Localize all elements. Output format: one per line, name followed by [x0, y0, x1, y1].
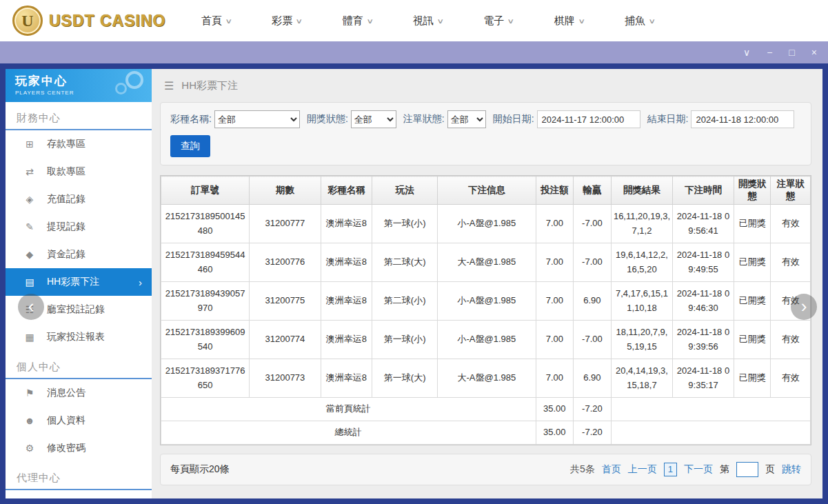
sidebar-item-label: 廳室投註記錄	[47, 303, 105, 316]
draw-status-select[interactable]: 全部	[351, 110, 396, 128]
sidebar-item-hh-lottery-bets[interactable]: ▤HH彩票下注›	[6, 268, 152, 296]
carousel-next-button[interactable]: ›	[791, 294, 817, 320]
player-bet-report-icon: ▦	[23, 332, 36, 343]
table-cell: 大-A盤@1.985	[438, 359, 536, 398]
search-button[interactable]: 查詢	[170, 135, 210, 157]
minimize-icon[interactable]: −	[767, 48, 772, 57]
total-stats-row: 總統計 35.00 -7.20	[161, 421, 811, 445]
table-cell: 第一球(大)	[372, 359, 438, 398]
table-cell: 已開獎	[734, 282, 771, 321]
table-cell: 19,6,14,12,2,16,5,20	[611, 243, 672, 282]
page-jump-input[interactable]	[736, 462, 758, 477]
profile-icon: ☻	[23, 415, 36, 426]
logo-letter: U	[21, 12, 33, 30]
sidebar-item-deposit-zone[interactable]: ⊞存款專區	[6, 130, 152, 158]
funds-record-icon: ◆	[23, 249, 36, 260]
pagination-controls: 共5条 首页 上一页 1 下一页 第 页 跳转	[570, 462, 801, 477]
table-row: 215217318937177665031200773澳洲幸运8第一球(大)大-…	[161, 359, 811, 398]
nav-item-fishing[interactable]: 捕魚∨	[625, 14, 654, 28]
logo[interactable]: U USDT CASINO	[12, 6, 172, 36]
nav-item-lottery[interactable]: 彩票∨	[272, 14, 301, 28]
nav-item-cards[interactable]: 棋牌∨	[554, 14, 584, 28]
menu-icon[interactable]: ☰	[164, 79, 174, 92]
chevron-down-icon[interactable]: ∨	[743, 48, 750, 57]
window-controls: ∨ − □ ×	[743, 48, 817, 57]
table-row: 215217318950014548031200777澳洲幸运8第一球(小)小-…	[161, 205, 811, 243]
chevron-down-icon: ∨	[648, 17, 656, 25]
next-page-link[interactable]: 下一页	[684, 463, 713, 476]
table-cell: 第一球(小)	[372, 321, 438, 359]
first-page-link[interactable]: 首页	[602, 463, 621, 476]
column-header-4: 下注信息	[438, 177, 536, 205]
withdraw-zone-icon: ⇄	[23, 166, 36, 177]
recharge-record-icon: ◈	[23, 194, 36, 205]
close-icon[interactable]: ×	[811, 48, 817, 57]
maximize-icon[interactable]: □	[789, 48, 794, 57]
prev-page-link[interactable]: 上一页	[628, 463, 657, 476]
sidebar-header: 玩家中心 PLAYERS CENTER	[6, 69, 152, 102]
sidebar: 玩家中心 PLAYERS CENTER 財務中心⊞存款專區⇄取款專區◈充值記錄✎…	[6, 69, 152, 498]
chevron-down-icon: ∨	[507, 17, 514, 25]
carousel-prev-button[interactable]: ‹	[18, 294, 44, 320]
bet-status-label: 注單狀態:	[403, 113, 445, 125]
deposit-zone-icon: ⊞	[23, 139, 36, 150]
table-cell: 2152173189500145480	[161, 205, 250, 243]
nav-item-live-video[interactable]: 視訊∨	[413, 14, 443, 28]
table-cell: 2152173189459544460	[161, 243, 250, 282]
table-cell: 2152173189399609540	[161, 321, 250, 359]
table-cell: 16,11,20,19,3,7,1,2	[611, 205, 672, 243]
total-stats-label: 總統計	[161, 421, 536, 445]
current-page-indicator[interactable]: 1	[664, 463, 677, 476]
top-nav: 首頁∨彩票∨體育∨視訊∨電子∨棋牌∨捕魚∨	[201, 14, 654, 28]
nav-item-sports[interactable]: 體育∨	[343, 14, 372, 28]
bet-status-select[interactable]: 全部	[447, 110, 486, 128]
breadcrumb-title: HH彩票下注	[181, 79, 238, 92]
table-cell: 第一球(小)	[372, 205, 438, 243]
table-row: 215217318945954446031200776澳洲幸运8第二球(大)大-…	[161, 243, 811, 282]
sidebar-item-cashout-record[interactable]: ✎提現記錄	[6, 213, 152, 241]
table-cell: 澳洲幸运8	[321, 282, 372, 321]
start-date-label: 開始日期:	[493, 113, 534, 125]
table-row: 215217318943905797031200775澳洲幸运8第二球(小)小-…	[161, 282, 811, 321]
nav-item-home[interactable]: 首頁∨	[201, 14, 231, 28]
section-title-finance: 財務中心	[6, 102, 152, 130]
per-page-text: 每頁顯示20條	[170, 463, 230, 476]
chip-decoration-icon	[125, 71, 143, 89]
jump-link[interactable]: 跳转	[782, 463, 801, 476]
table-cell: 澳洲幸运8	[321, 205, 372, 243]
sidebar-item-withdraw-zone[interactable]: ⇄取款專區	[6, 158, 152, 185]
sidebar-item-player-bet-report[interactable]: ▦玩家投注報表	[6, 323, 152, 351]
table-cell: 有效	[771, 205, 811, 243]
sidebar-item-change-password[interactable]: ⚙修改密碼	[6, 434, 152, 462]
sidebar-item-label: 個人資料	[47, 414, 85, 427]
sidebar-item-recharge-record[interactable]: ◈充值記錄	[6, 185, 152, 213]
nav-item-label: 棋牌	[554, 14, 575, 28]
table-cell: 31200774	[250, 321, 321, 359]
start-date-input[interactable]	[537, 110, 640, 128]
end-date-input[interactable]	[691, 110, 794, 128]
table-cell: 小-A盤@1.985	[438, 205, 536, 243]
sidebar-item-funds-record[interactable]: ◆資金記錄	[6, 241, 152, 268]
content-frame: 玩家中心 PLAYERS CENTER 財務中心⊞存款專區⇄取款專區◈充值記錄✎…	[0, 63, 828, 504]
table-cell: -7.00	[574, 321, 612, 359]
sidebar-item-announcements[interactable]: ⚑消息公告	[6, 379, 152, 407]
column-header-5: 投注額	[536, 177, 574, 205]
total-stats-empty	[611, 421, 810, 445]
table-cell: 2152173189371776650	[161, 359, 250, 398]
column-header-1: 期數	[250, 177, 321, 205]
lottery-select[interactable]: 全部	[214, 110, 300, 128]
bets-table: 訂單號期數彩種名稱玩法下注信息投注額輸贏開獎結果下注時間開獎狀態注單狀態 215…	[161, 176, 811, 445]
page-stats-bet-total: 35.00	[536, 398, 574, 421]
table-cell: 2024-11-18 09:35:17	[673, 359, 734, 398]
table-cell: 7.00	[536, 243, 574, 282]
table-cell: 大-A盤@1.985	[438, 243, 536, 282]
jump-suffix-text: 页	[765, 463, 775, 476]
column-header-3: 玩法	[372, 177, 438, 205]
chevron-right-icon: ›	[139, 276, 142, 288]
table-body: 215217318950014548031200777澳洲幸运8第一球(小)小-…	[161, 205, 811, 398]
sidebar-item-profile[interactable]: ☻個人資料	[6, 407, 152, 434]
nav-item-label: 視訊	[413, 14, 434, 28]
nav-item-slots[interactable]: 電子∨	[483, 14, 513, 28]
table-cell: -7.00	[574, 205, 612, 243]
hh-lottery-bets-icon: ▤	[23, 276, 36, 288]
